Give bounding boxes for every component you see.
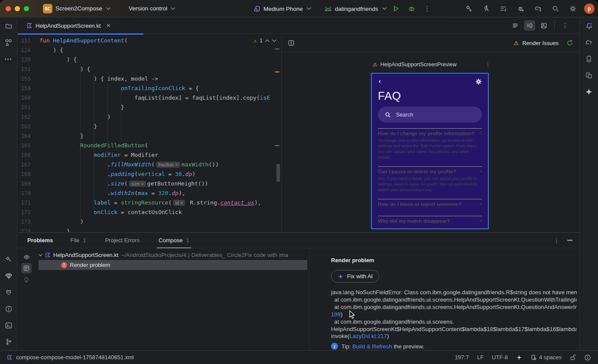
settings-gear-icon[interactable] <box>567 3 579 15</box>
preview-eye-icon[interactable] <box>21 252 32 262</box>
code-line[interactable]: 172 onClick = contactUsOnClick <box>18 208 281 217</box>
run-configuration-selector[interactable]: datingandfriends <box>324 6 387 12</box>
faq-question[interactable]: Can I pause or delete my profile?˄ <box>378 169 482 174</box>
profiler-bug-icon[interactable] <box>515 3 527 15</box>
problems-tab-compose[interactable]: Compose1 <box>157 233 191 248</box>
panel-options-icon[interactable]: ⋮ <box>553 237 559 244</box>
build-run-hammer-icon[interactable] <box>463 3 475 15</box>
render-problem-row[interactable]: ! Render problem <box>39 260 307 270</box>
stack-trace[interactable]: java.lang.NoSuchFieldError: Class com.ib… <box>331 289 577 340</box>
running-devices-icon[interactable] <box>583 69 595 81</box>
build-hammer-icon[interactable] <box>3 254 15 266</box>
device-manager-icon[interactable] <box>583 53 595 65</box>
problems-icon[interactable] <box>3 303 15 315</box>
code-line[interactable]: 174 } <box>18 227 281 232</box>
editor-scrollbar[interactable] <box>276 164 280 182</box>
code-line[interactable]: 166 modifier = Modifier <box>18 150 281 160</box>
device-selector[interactable]: Medium Phone <box>254 5 311 12</box>
inspection-widget[interactable]: ⚠ 1 <box>254 38 276 44</box>
editor-options-icon[interactable]: ⋮ <box>559 20 571 31</box>
minimize-panel-icon[interactable] <box>567 240 572 241</box>
tab-helpandsupportscreen[interactable]: HelpAndSupportScreen.kt ✕ <box>18 18 115 33</box>
project-selector[interactable]: SC Screen2Compose <box>43 4 110 13</box>
preview-phone-frame[interactable]: ‹ FAQ Search How do I change my profile … <box>371 73 489 229</box>
problems-tab-file[interactable]: File1 <box>68 233 88 248</box>
chevron-down-icon[interactable] <box>39 254 42 257</box>
code-view-icon[interactable] <box>510 20 521 31</box>
caret-position[interactable]: 197:7 <box>455 354 469 361</box>
ai-sparkle-icon[interactable] <box>516 354 522 361</box>
trace-link[interactable]: LazyDsl.kt:217 <box>350 333 387 339</box>
code-line[interactable]: 173 ) <box>18 217 281 227</box>
code-line[interactable]: 171 label = stringResource(id = R.string… <box>18 198 281 208</box>
code-line[interactable]: 169 .size(size =getButtonHeight()) <box>18 179 281 188</box>
error-highlight-icon[interactable] <box>584 354 591 361</box>
indent-setting[interactable]: 4 spaces <box>530 354 562 361</box>
run-button[interactable] <box>390 3 402 15</box>
faq-question[interactable]: How do I change my profile information?˄ <box>378 131 482 136</box>
build-refresh-link[interactable]: Build & Refresh <box>352 343 392 350</box>
code-line[interactable]: 167 .fillMaxWidth(fraction =maxWidth()) <box>18 160 281 169</box>
design-view-icon[interactable] <box>538 20 549 31</box>
terminal-icon[interactable] <box>3 319 15 332</box>
code-line[interactable]: 170 .widthIn(max = 320.dp), <box>18 188 281 198</box>
close-tab-icon[interactable]: ✕ <box>106 23 110 29</box>
problems-tab-project-errors[interactable]: Project Errors <box>103 233 141 248</box>
git-branch-icon[interactable] <box>3 336 15 348</box>
search-everywhere-icon[interactable] <box>549 3 562 15</box>
status-file-name[interactable]: compose-compose-model-1758748140651.xml <box>16 354 134 361</box>
code-line[interactable]: 164 } <box>18 131 281 141</box>
faq-question[interactable]: Why did my match disappear?˅ <box>378 218 482 224</box>
notifications-bell-icon[interactable] <box>583 20 595 32</box>
close-window-button[interactable] <box>6 6 11 11</box>
code-line[interactable]: 162 ) <box>18 112 281 122</box>
code-line[interactable]: 130 ) { <box>18 55 281 65</box>
split-view-icon[interactable] <box>524 20 535 31</box>
problem-file-row[interactable]: HelpAndSupportScreen.kt ~/AndroidStudioP… <box>39 250 307 260</box>
version-control-menu[interactable]: Version control <box>129 5 175 12</box>
settings-gear-icon[interactable] <box>475 78 482 85</box>
more-tool-windows-icon[interactable]: ••• <box>3 53 15 65</box>
faq-search-field[interactable]: Search <box>378 107 482 123</box>
quickfix-bulb-icon[interactable] <box>21 274 32 285</box>
gradle-elephant-icon[interactable] <box>583 36 595 49</box>
code-line[interactable]: 111fun HelpAndSupportContent( <box>18 36 281 46</box>
resource-manager-icon[interactable] <box>3 36 15 49</box>
render-issues-label[interactable]: Render Issues <box>522 40 559 46</box>
minimize-window-button[interactable] <box>15 6 20 11</box>
refresh-icon[interactable] <box>566 39 573 46</box>
next-warning-icon[interactable] <box>272 39 276 42</box>
code-line[interactable]: 163 } <box>18 122 281 131</box>
more-actions-button[interactable]: ⋮ <box>421 3 433 15</box>
preview-title-row[interactable]: ⚠ HelpAndSupportScreenPreview ⋮ <box>373 61 491 68</box>
profile-avatar[interactable]: p <box>584 3 595 14</box>
file-encoding[interactable]: UTF-8 <box>492 354 508 361</box>
details-view-icon[interactable] <box>21 263 32 273</box>
code-editor[interactable]: ⚠ 1 111fun HelpAndSupportContent(124 ) {… <box>18 34 281 232</box>
code-line[interactable]: 165 RoundedFilledButton( <box>18 141 281 150</box>
code-line[interactable]: 161 } <box>18 103 281 112</box>
ai-refactor-icon[interactable] <box>480 3 492 15</box>
project-folder-icon[interactable] <box>3 20 15 32</box>
line-ending[interactable]: LF <box>477 354 484 361</box>
code-line[interactable]: 160 faqList[index] = faqList[index].copy… <box>18 93 281 103</box>
prev-warning-icon[interactable] <box>265 39 270 42</box>
code-line[interactable]: 124 ) { <box>18 46 281 55</box>
code-line[interactable]: 168 .padding(vertical = 36.dp) <box>18 169 281 179</box>
preview-layout-icon[interactable] <box>288 39 295 47</box>
trace-link[interactable]: 199 <box>331 311 341 318</box>
logcat-cat-icon[interactable] <box>3 286 15 299</box>
code-line[interactable]: 151 ) { <box>18 65 281 74</box>
code-line[interactable]: 155 ) { index, model -> <box>18 74 281 84</box>
preview-options-icon[interactable]: ⋮ <box>485 61 491 68</box>
zoom-window-button[interactable] <box>24 6 29 11</box>
history-list-icon[interactable] <box>497 3 510 15</box>
app-quality-insights-gem-icon[interactable] <box>3 270 15 282</box>
gradle-sync-icon[interactable] <box>532 3 544 15</box>
problems-panel-title[interactable]: Problems <box>27 237 53 244</box>
back-icon[interactable]: ‹ <box>379 77 381 84</box>
fix-with-ai-button[interactable]: Fix with AI <box>331 270 379 283</box>
code-line[interactable]: 159 onTrailingIconClick = { <box>18 84 281 93</box>
gemini-sparkle-icon[interactable] <box>583 86 595 98</box>
unlocked-icon[interactable] <box>570 354 576 361</box>
